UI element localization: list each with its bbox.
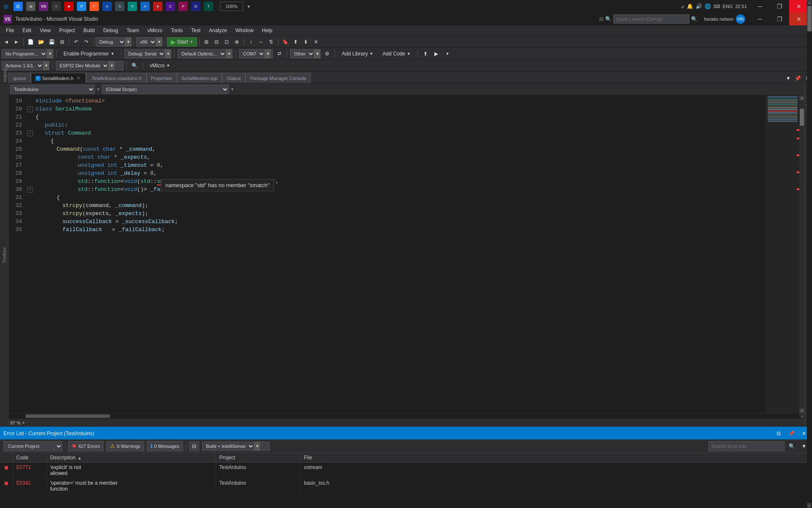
add-library-btn[interactable]: Add Library ▼ bbox=[338, 49, 377, 58]
scroll-track[interactable] bbox=[799, 100, 804, 408]
vs-restore-button[interactable]: ❐ bbox=[770, 13, 789, 25]
build-filter-dropdown[interactable]: Build + IntelliSense Build Only IntelliS… bbox=[202, 442, 270, 451]
scroll-thumb[interactable] bbox=[800, 109, 804, 126]
taskbar-icon-3[interactable]: ⚙ bbox=[52, 2, 61, 11]
zoom-value[interactable]: 97 % bbox=[10, 420, 21, 425]
optimize-arrow[interactable]: ▼ bbox=[226, 49, 232, 58]
zoom-percent[interactable]: 100% bbox=[220, 2, 243, 11]
tab-package-manager[interactable]: Package Manager Console bbox=[245, 73, 311, 83]
windows-icon[interactable]: ⊞ bbox=[3, 3, 8, 10]
tab-serialmodem-h-close[interactable]: ✕ bbox=[75, 75, 81, 81]
debug-serial-dropdown[interactable]: Debug: Serial ▼ bbox=[124, 49, 171, 58]
error-row-2[interactable]: ✖ E0341 'operator=' must be a memberfunc… bbox=[0, 478, 812, 494]
tb-btn-7[interactable]: ⇅ bbox=[266, 37, 276, 47]
tb-bookmark-2[interactable]: ⬆ bbox=[291, 37, 300, 47]
corner-btn[interactable]: ◢ bbox=[799, 414, 804, 418]
device-dropdown[interactable]: ESP32 Dev Module ▼ bbox=[56, 61, 123, 70]
col-project[interactable]: Project bbox=[216, 453, 300, 463]
code-editor[interactable]: 19 #include <functional> 20 ─ clas bbox=[8, 95, 765, 413]
board-search-btn[interactable]: 🔍 bbox=[130, 61, 140, 70]
vmicro-btn[interactable]: vMicro ▼ bbox=[146, 61, 174, 70]
optimize-dropdown[interactable]: Default Optimiz... ▼ bbox=[178, 49, 233, 58]
warnings-badge[interactable]: ⚠ 0 Warnings bbox=[106, 441, 144, 451]
scroll-down-arrow[interactable]: ▼ bbox=[799, 408, 804, 413]
menu-project[interactable]: Project bbox=[55, 26, 79, 35]
platform-dropdown[interactable]: x86 ▼ bbox=[136, 37, 162, 47]
add-code-btn[interactable]: Add Code ▼ bbox=[379, 49, 414, 58]
redo-btn[interactable]: ↷ bbox=[82, 37, 91, 47]
menu-test[interactable]: Test bbox=[187, 26, 205, 35]
forward-button[interactable]: ► bbox=[12, 37, 21, 47]
device-select[interactable]: ESP32 Dev Module bbox=[56, 61, 109, 70]
monitor-btn[interactable]: ▼ bbox=[443, 49, 452, 58]
table-scroll-down[interactable]: ▼ bbox=[807, 503, 811, 508]
tb-btn-1[interactable]: ⊞ bbox=[202, 37, 211, 47]
programmer-dropdown[interactable]: No Programm... ▼ bbox=[2, 49, 53, 58]
taskbar-icon-15[interactable]: T bbox=[204, 2, 213, 11]
collapse-30[interactable]: + bbox=[27, 187, 33, 193]
toolbox-sidebar[interactable]: Toolbox bbox=[0, 83, 8, 427]
vs-minimize-button[interactable]: ─ bbox=[750, 13, 770, 25]
tb-btn-6[interactable]: ↔ bbox=[256, 37, 266, 47]
menu-team[interactable]: Team bbox=[122, 26, 143, 35]
enable-programmer-btn[interactable]: Enable Programmer ▼ bbox=[60, 49, 118, 58]
search-icon[interactable]: 🔍 bbox=[605, 16, 612, 22]
error-code-2[interactable]: E0341 bbox=[16, 480, 31, 486]
keyboard-icon[interactable]: ⌨ bbox=[713, 4, 720, 9]
open-file-btn[interactable]: 📂 bbox=[36, 37, 46, 47]
tb-btn-5[interactable]: ↕ bbox=[246, 37, 255, 47]
minimize-button[interactable]: ─ bbox=[750, 0, 770, 13]
com-arrow[interactable]: ▼ bbox=[265, 49, 271, 58]
col-file[interactable]: File bbox=[300, 453, 812, 463]
taskbar-icon-vs[interactable]: VS bbox=[39, 2, 48, 11]
restore-button[interactable]: ❐ bbox=[770, 0, 789, 13]
quick-launch-search-icon[interactable]: 🔍 bbox=[691, 16, 697, 22]
tab-serialmodem-h[interactable]: h SerialModem.h ✕ bbox=[31, 73, 86, 83]
tab-output[interactable]: Output bbox=[222, 73, 245, 83]
com-select[interactable]: COM7 bbox=[239, 50, 265, 58]
menu-edit[interactable]: Edit bbox=[18, 26, 36, 35]
panel-float-btn[interactable]: ⊟ bbox=[774, 429, 783, 438]
error-code-1[interactable]: E0771 bbox=[16, 464, 31, 470]
notification-icon[interactable]: 🔔 bbox=[687, 3, 693, 9]
programmer-arrow[interactable]: ▼ bbox=[47, 49, 53, 58]
error-search-input[interactable] bbox=[708, 441, 785, 451]
menu-debug[interactable]: Debug bbox=[99, 26, 122, 35]
taskbar-icon-10[interactable]: A bbox=[140, 2, 150, 11]
back-button[interactable]: ◄ bbox=[2, 37, 11, 47]
debug-serial-select[interactable]: Debug: Serial bbox=[125, 50, 165, 58]
undo-btn[interactable]: ↶ bbox=[71, 37, 81, 47]
board-dropdown[interactable]: Arduino 1.6/1. ▼ bbox=[2, 61, 49, 70]
expand-icon[interactable]: ⊿ bbox=[680, 4, 684, 9]
scope-arrow[interactable]: ▼ bbox=[96, 87, 100, 91]
menu-view[interactable]: View bbox=[36, 26, 55, 35]
tab-properties[interactable]: Properties bbox=[146, 73, 177, 83]
taskbar-icon-7[interactable]: A bbox=[102, 2, 112, 11]
debug-config-arrow[interactable]: ▼ bbox=[125, 37, 131, 47]
taskbar-icon-12[interactable]: C bbox=[166, 2, 175, 11]
tb-btn-3[interactable]: ⊡ bbox=[222, 37, 231, 47]
other-arrow[interactable]: ▼ bbox=[314, 49, 320, 58]
collapse-20[interactable]: ─ bbox=[27, 106, 33, 112]
user-avatar[interactable]: HN bbox=[736, 14, 745, 24]
com-dropdown[interactable]: COM7 ▼ bbox=[239, 49, 273, 58]
file-selector[interactable]: TestArduino bbox=[10, 85, 95, 94]
board-arrow[interactable]: ▼ bbox=[43, 61, 49, 70]
taskbar-icon-1[interactable]: IE bbox=[14, 2, 23, 11]
h-scroll-thumb[interactable] bbox=[25, 414, 110, 418]
clear-filter-btn[interactable]: ⊟ bbox=[189, 441, 200, 451]
tb-bookmark-4[interactable]: ✕ bbox=[311, 37, 321, 47]
save-all-btn[interactable]: ⊞ bbox=[58, 37, 67, 47]
menu-tools[interactable]: Tools bbox=[167, 26, 187, 35]
h-scrollbar[interactable] bbox=[8, 414, 799, 418]
speaker-icon[interactable]: 🔊 bbox=[696, 3, 702, 9]
menu-file[interactable]: File bbox=[2, 26, 18, 35]
save-btn[interactable]: 💾 bbox=[47, 37, 57, 47]
errors-badge[interactable]: ✖ 427 Errors bbox=[68, 441, 104, 451]
build-filter-arrow[interactable]: ▼ bbox=[254, 442, 260, 451]
menu-build[interactable]: Build bbox=[79, 26, 99, 35]
platform-select[interactable]: x86 bbox=[137, 38, 156, 46]
panel-pin-btn[interactable]: 📌 bbox=[787, 429, 796, 438]
taskbar-icon-9[interactable]: V bbox=[128, 2, 137, 11]
new-file-btn[interactable]: 📄 bbox=[26, 37, 36, 47]
